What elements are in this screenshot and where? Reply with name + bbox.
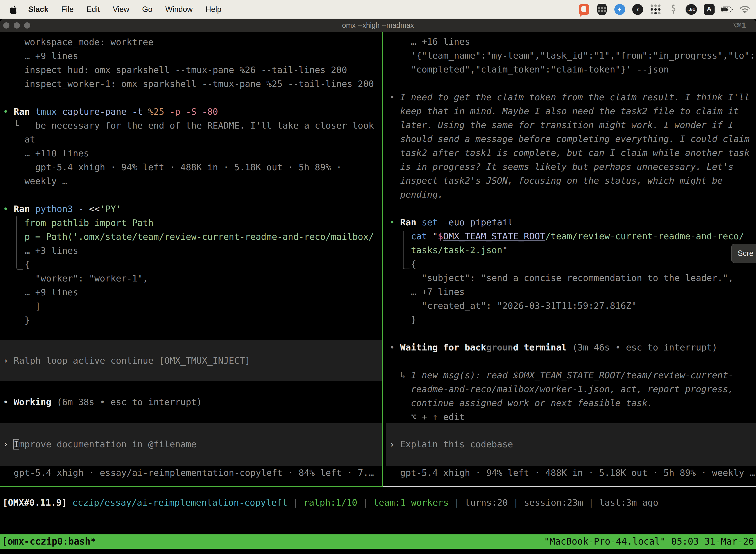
wifi-icon[interactable] [739,4,751,15]
terminal-line: └ be necessary for the end of the README… [3,119,382,132]
app-menu-slack[interactable]: Slack [22,0,55,19]
terminal-line: "completed","claim_token":"claim-token"}… [389,63,756,76]
terminal-line: • I need to get the claim token from the… [389,90,756,104]
terminal-line [389,202,756,215]
letter-a-icon[interactable]: A [703,4,715,15]
terminal-line: › Ralph loop active continue [OMX_TMUX_I… [3,354,382,368]
terminal-line: "worker": "worker-1", [3,272,382,285]
inline-notice-banner: › Ralph loop active continue [OMX_TMUX_I… [0,340,382,381]
menu-edit[interactable]: Edit [80,0,106,19]
terminal-line: is in progress? It seems likely but perh… [389,160,756,174]
terminal-line: [OMX#0.11.9] cczip/essay/ai-reimplementa… [2,496,658,510]
chat-badge-icon[interactable] [578,4,590,15]
bolt-circle-icon[interactable] [614,4,626,15]
terminal-line: ⌥ + ↑ edit [389,410,756,424]
terminal-line: keep that in mind. Maybe I also need the… [389,104,756,118]
pane-divider-vertical[interactable] [382,32,383,487]
menu-window[interactable]: Window [159,0,199,19]
terminal-line: • Ran set -euo pipefail [389,215,756,229]
tmux-session-label: [omx-cczip0:bash* [0,535,96,549]
terminal-line: › Improve documentation in @filename [3,437,382,451]
terminal-line: cat "$OMX_TEAM_STATE_ROOT/team/review-cu… [389,229,756,243]
terminal-line: … +3 lines [3,244,382,258]
composer-input-left[interactable]: › Improve documentation in @filename [0,423,382,466]
terminal-line: • Ran tmux capture-pane -t %25 -p -S -80 [3,105,382,119]
terminal-line: '{"team_name":"my-team","task_id":"1","f… [389,49,756,63]
menu-go[interactable]: Go [136,0,159,19]
tmux-host-clock: "MacBook-Pro-44.local" 05:03 31-Mar-26 [544,535,756,549]
battery-icon[interactable] [721,4,733,15]
letter-a-label: A [704,4,714,15]
menu-bar-status-area: ‹ ..61 A [578,4,756,15]
screen-edge-tooltip: Scre [731,244,756,263]
terminal-line [389,327,756,340]
terminal-line: later. Using the same for transition mig… [389,118,756,132]
terminal-line: gpt-5.4 xhigh · 94% left · 488K in · 5.1… [3,160,382,174]
terminal-line: workspace_mode: worktree [3,35,382,49]
model-status-line-left: gpt-5.4 xhigh · essay/ai-reimplementatio… [3,466,374,480]
terminal-line: tasks/task-2.json" [389,243,756,257]
terminal-line: "subject": "send a concise recommendatio… [389,271,756,285]
terminal-line: … +9 lines [3,285,382,299]
terminal-line: … +110 lines [3,147,382,160]
model-status-line-right: gpt-5.4 xhigh · 94% left · 488K in · 5.1… [389,466,755,480]
terminal-line: gpt-5.4 xhigh · 94% left · 488K in · 5.1… [389,466,755,480]
terminal-line: continue assigned work or next feasible … [389,396,756,410]
terminal-line [3,188,382,202]
terminal-line: "created_at": "2026-03-31T11:59:27.816Z" [389,299,756,313]
terminal-line: at [3,132,382,147]
terminal-line: • Waiting for background terminal (3m 46… [389,340,756,354]
terminal-line: inspect_worker-1: omx sparkshell --tmux-… [3,77,382,91]
text-cursor: I [14,439,19,449]
right-terminal-pane[interactable]: … +16 lines '{"team_name":"my-team","tas… [386,32,756,424]
terminal-line: } [3,313,382,327]
left-terminal-pane[interactable]: workspace_mode: worktree … +9 lines insp… [0,32,382,409]
terminal-line: pending. [389,188,756,202]
terminal-line: … +16 lines [389,35,756,49]
omx-status-row: [OMX#0.11.9] cczip/essay/ai-reimplementa… [2,496,658,510]
menu-bar-left: Slack File Edit View Go Window Help [0,0,228,19]
device-grid-icon[interactable] [596,4,608,15]
terminal-line: should send a message before completing … [389,132,756,146]
terminal-line: • Working (6m 38s • esc to interrupt) [3,395,382,409]
badge-61-icon[interactable]: ..61 [686,4,697,15]
terminal-line: gpt-5.4 xhigh · essay/ai-reimplementatio… [3,466,374,480]
terminal-line: ↳ 1 new msg(s): read $OMX_TEAM_STATE_ROO… [389,368,756,382]
terminal-line: inspect task2's JSON, focusing on the st… [389,174,756,188]
terminal-line: weekly … [3,174,382,188]
terminal-line: from pathlib import Path [3,216,382,230]
terminal-line: ] [3,299,382,313]
menu-view[interactable]: View [106,0,136,19]
terminal-line: } [389,313,756,327]
chevron-circle-icon[interactable]: ‹ [632,4,643,15]
tmux-status-bar: [omx-cczip0:bash* "MacBook-Pro-44.local"… [0,535,756,549]
window-title: omx --xhigh --madmax [0,19,756,32]
terminal-line [389,76,756,90]
indent-guide [403,231,410,269]
apple-menu-icon[interactable] [10,4,19,15]
terminal-line [389,354,756,368]
indent-guide [16,216,23,270]
terminal-line: { [389,257,756,271]
terminal-line: › Explain this codebase [389,437,756,451]
terminal-line: task2 after task1 is complete, but can I… [389,146,756,160]
pane-divider-bottom-right[interactable] [383,486,756,487]
terminal-line: … +9 lines [3,49,382,63]
terminal-line: { [3,258,382,272]
composer-input-right[interactable]: › Explain this codebase [386,423,756,466]
hook-icon[interactable] [668,4,679,15]
terminal-line: readme-and-reco/mailbox/worker-1.json, a… [389,382,756,396]
terminal-line: p = Path('.omx/state/team/review-current… [3,230,382,244]
terminal-line [3,91,382,105]
menu-bar: Slack File Edit View Go Window Help ‹ ..… [0,0,756,19]
terminal-line: • Ran python3 - <<'PY' [3,202,382,216]
menu-help[interactable]: Help [199,0,228,19]
dots-grid-icon[interactable] [650,4,661,15]
badge-61-label: ..61 [686,4,697,15]
terminal-line: … +7 lines [389,285,756,299]
terminal-line: inspect_hud: omx sparkshell --tmux-pane … [3,63,382,77]
pane-divider-bottom-left[interactable] [0,486,383,487]
menu-file[interactable]: File [55,0,80,19]
window-shortcut-hint: ⌥⌘1 [733,19,746,32]
